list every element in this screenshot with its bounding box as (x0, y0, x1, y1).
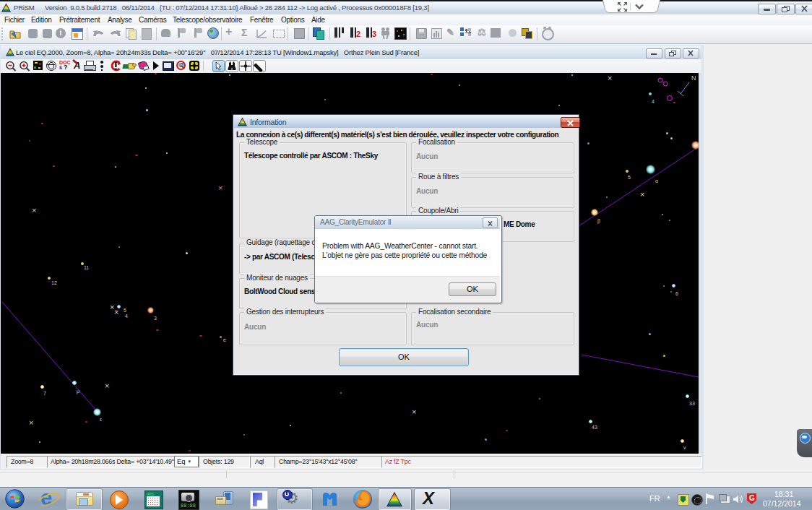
svg-text:N: N (691, 74, 696, 82)
